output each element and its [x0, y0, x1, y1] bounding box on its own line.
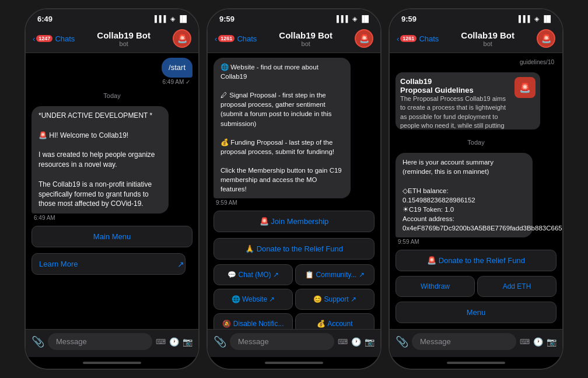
learn-more-button[interactable]: Learn More — [32, 253, 186, 275]
camera-icon-3[interactable]: 📷 — [547, 337, 556, 346]
received-time-1: 6:49 AM — [32, 215, 58, 221]
account-bubble: Here is your account summary (reminder, … — [396, 153, 533, 237]
back-chevron-3: ‹ — [397, 34, 399, 43]
home-indicator-1 — [26, 357, 198, 369]
status-bar-1: 6:49 ▌▌▌ ◈ ▐█ — [26, 9, 198, 26]
badge-1: 1247 — [36, 35, 52, 42]
nav-center-3: Collab19 Bot bot — [439, 30, 537, 47]
btn-row-chat-community: 💬 Chat (MO) ↗ 📋 Community... ↗ — [214, 264, 374, 285]
status-bar-2: 9:59 ▌▌▌ ◈ ▐█ — [208, 9, 380, 26]
home-indicator-2 — [208, 357, 380, 369]
message-input-3[interactable]: Message — [412, 333, 516, 350]
nav-avatar-1: 🚨 — [173, 29, 191, 48]
home-bar-1 — [83, 362, 141, 364]
btn-row-disable-account: 🔕 Disable Notific... 💰 Account — [214, 313, 374, 329]
keyboard-icon-1[interactable]: ⌨ — [156, 338, 166, 346]
nav-bar-1: ‹ 1247 Chats Collab19 Bot bot 🚨 — [26, 26, 198, 53]
badge-2: 1261 — [218, 35, 235, 42]
sent-msg-1: /start 6:49 AM ✓ — [32, 58, 192, 85]
card-header: Collab19Proposal Guidelines The Proposal… — [396, 72, 540, 130]
home-bar-3 — [447, 362, 505, 364]
add-eth-button[interactable]: Add ETH — [477, 276, 556, 297]
chat-area-1: /start 6:49 AM ✓ Today *UNDER ACTIVE DEV… — [26, 53, 198, 329]
community-button[interactable]: 📋 Community... ↗ — [295, 264, 374, 285]
day-label-1: Today — [32, 92, 192, 99]
camera-icon-1[interactable]: 📷 — [183, 337, 192, 346]
attachment-icon-2[interactable]: 📎 — [214, 335, 226, 348]
camera-icon-2[interactable]: 📷 — [365, 337, 374, 346]
time-2: 9:59 — [219, 15, 235, 23]
status-bar-3: 9:59 ▌▌▌ ◈ ▐█ — [390, 9, 562, 26]
chat-area-2: 🌐 Website - find out more about Collab19… — [208, 53, 380, 329]
time-1: 6:49 — [37, 15, 52, 23]
input-bar-3: 📎 Message ⌨ 🕐 📷 — [390, 329, 562, 357]
website-button[interactable]: 🌐 Website ↗ — [214, 289, 293, 310]
keyboard-icon-2[interactable]: ⌨ — [338, 338, 348, 346]
back-button-2[interactable]: ‹ 1261 Chats — [215, 34, 257, 43]
sent-time-1: 6:49 AM ✓ — [160, 79, 192, 85]
time-3: 9:59 — [401, 15, 416, 23]
nav-bar-2: ‹ 1261 Chats Collab19 Bot bot 🚨 — [208, 26, 380, 53]
chat-mo-button[interactable]: 💬 Chat (MO) ↗ — [214, 264, 293, 285]
nav-sub-3: bot — [439, 40, 537, 47]
day-label-3: Today — [396, 139, 556, 146]
back-button-1[interactable]: ‹ 1247 Chats — [33, 34, 75, 43]
clock-icon-3[interactable]: 🕐 — [533, 337, 543, 346]
clock-icon-2[interactable]: 🕐 — [351, 337, 361, 346]
back-button-3[interactable]: ‹ 1261 Chats — [397, 34, 439, 43]
nav-center-1: Collab19 Bot bot — [75, 30, 173, 47]
battery-icon-1: ▐█ — [177, 15, 187, 22]
donate-relief-button-3[interactable]: 🚨 Donate to the Relief Fund — [396, 250, 556, 271]
nav-sub-1: bot — [75, 40, 173, 47]
signal-icon-2: ▌▌▌ — [337, 15, 350, 22]
card-text-block: Collab19Proposal Guidelines The Proposal… — [400, 77, 510, 130]
battery-icon-2: ▐█ — [359, 15, 369, 22]
keyboard-icon-3[interactable]: ⌨ — [520, 338, 530, 346]
attachment-icon-3[interactable]: 📎 — [396, 335, 408, 348]
back-label-2: Chats — [237, 34, 257, 43]
clock-icon-1[interactable]: 🕐 — [169, 337, 179, 346]
received-bubble-2: 🌐 Website - find out more about Collab19… — [214, 58, 351, 198]
btn-row-withdraw-addeth: Withdraw Add ETH — [396, 276, 556, 297]
status-icons-1: ▌▌▌ ◈ ▐█ — [155, 15, 187, 23]
wifi-icon-1: ◈ — [170, 15, 175, 23]
phone-3: 9:59 ▌▌▌ ◈ ▐█ ‹ 1261 Chats Collab19 Bot … — [388, 8, 564, 370]
signal-icon-1: ▌▌▌ — [155, 15, 168, 22]
support-button[interactable]: 😊 Support ↗ — [295, 289, 374, 310]
received-bubble-1: *UNDER ACTIVE DEVELOPMENT * 🚨 HI! Welcom… — [32, 106, 169, 214]
back-chevron-2: ‹ — [215, 34, 217, 43]
status-icons-3: ▌▌▌ ◈ ▐█ — [519, 15, 551, 23]
received-msg-2: 🌐 Website - find out more about Collab19… — [214, 58, 374, 206]
account-time: 9:59 AM — [396, 239, 422, 245]
card-avatar: 🚨 — [514, 77, 536, 98]
wifi-icon-3: ◈ — [534, 15, 539, 23]
disable-notifications-button[interactable]: 🔕 Disable Notific... — [214, 313, 293, 329]
received-time-2: 9:59 AM — [214, 200, 240, 206]
signal-icon-3: ▌▌▌ — [519, 15, 532, 22]
join-membership-button[interactable]: 🚨 Join Membership — [214, 211, 374, 232]
message-input-1[interactable]: Message — [48, 333, 152, 350]
wifi-icon-2: ◈ — [352, 15, 357, 23]
nav-sub-2: bot — [257, 40, 355, 47]
withdraw-button[interactable]: Withdraw — [396, 276, 475, 297]
card-message: Collab19Proposal Guidelines The Proposal… — [396, 72, 540, 130]
menu-button[interactable]: Menu — [396, 302, 556, 323]
phone-2: 9:59 ▌▌▌ ◈ ▐█ ‹ 1261 Chats Collab19 Bot … — [206, 8, 382, 370]
sent-text-1: /start — [169, 63, 186, 72]
main-menu-button[interactable]: Main Menu — [32, 226, 192, 247]
account-button[interactable]: 💰 Account — [295, 313, 374, 329]
card-title: Collab19Proposal Guidelines — [400, 77, 510, 94]
nav-title-1: Collab19 Bot — [75, 30, 173, 40]
sent-bubble-1: /start — [162, 58, 192, 78]
chat-area-3: guidelines/10 Collab19Proposal Guideline… — [390, 53, 562, 329]
donate-relief-button-2[interactable]: 🙏 Donate to the Relief Fund — [214, 238, 374, 260]
received-msg-1: *UNDER ACTIVE DEVELOPMENT * 🚨 HI! Welcom… — [32, 106, 192, 221]
phone-1: 6:49 ▌▌▌ ◈ ▐█ ‹ 1247 Chats Collab19 Bot … — [24, 8, 200, 370]
message-input-2[interactable]: Message — [230, 333, 334, 350]
nav-bar-3: ‹ 1261 Chats Collab19 Bot bot 🚨 — [390, 26, 562, 53]
nav-avatar-2: 🚨 — [355, 29, 373, 48]
attachment-icon-1[interactable]: 📎 — [32, 335, 44, 348]
scroll-hint: guidelines/10 — [396, 58, 556, 66]
home-bar-2 — [265, 362, 323, 364]
btn-row-website-support: 🌐 Website ↗ 😊 Support ↗ — [214, 289, 374, 310]
